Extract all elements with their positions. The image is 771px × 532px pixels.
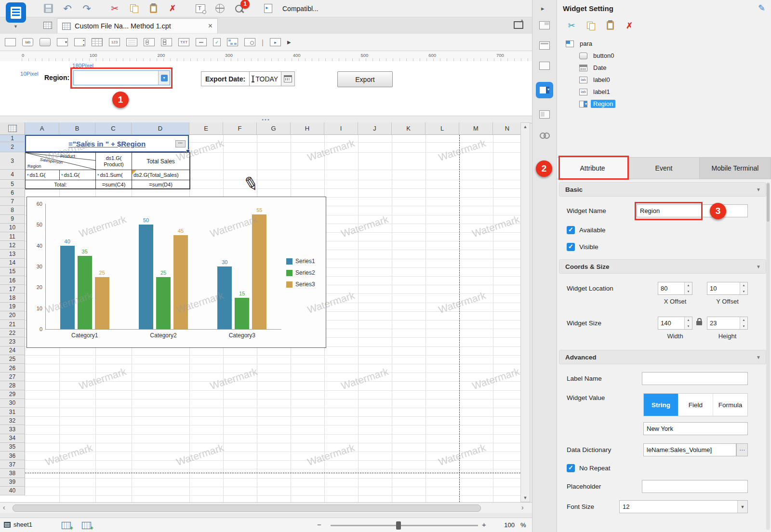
copy-button[interactable] — [585, 20, 597, 31]
row-header[interactable]: 38 — [0, 469, 25, 478]
row-header[interactable]: 1 — [0, 135, 25, 142]
compatibility-button[interactable] — [262, 3, 274, 14]
grid-view-icon[interactable] — [43, 22, 52, 29]
panel-scrollbar[interactable] — [766, 182, 770, 530]
combobox-tool[interactable] — [57, 38, 68, 46]
section-coords-size[interactable]: Coords & Size ▼ — [559, 259, 766, 274]
width-value[interactable]: 140 — [658, 317, 684, 329]
row-header[interactable]: 5 — [0, 180, 25, 188]
column-header[interactable]: L — [425, 122, 459, 135]
insert-chart-button[interactable]: + — [82, 522, 91, 529]
checkbox-checked-icon[interactable] — [567, 226, 575, 234]
column-header[interactable]: N — [493, 122, 520, 135]
row-header[interactable]: 39 — [0, 478, 25, 487]
preview-button[interactable]: 1 — [233, 3, 245, 14]
available-checkbox-row[interactable]: Available — [567, 224, 606, 236]
scroll-up-icon[interactable]: ▲ — [521, 124, 530, 129]
document-tab[interactable]: Custom File Na... Method 1.cpt × — [57, 18, 218, 33]
widget-name-input[interactable] — [637, 204, 748, 217]
column-header[interactable]: E — [189, 122, 223, 135]
row-header[interactable]: 7 — [0, 197, 25, 206]
spinner-arrows-icon[interactable]: ▲▼ — [684, 317, 692, 329]
textarea-tool[interactable] — [126, 38, 137, 46]
scrollbar-thumb[interactable] — [13, 505, 481, 512]
height-value[interactable]: 23 — [707, 317, 740, 329]
more-tools-icon[interactable]: ▶ — [287, 40, 291, 45]
cell-a4[interactable]: ▾ds1.G( — [26, 170, 60, 180]
widget-value-input[interactable] — [643, 422, 748, 435]
compatibility-label[interactable]: Compatibl... — [282, 5, 319, 13]
report-block-tool[interactable] — [5, 38, 16, 46]
row-header[interactable]: 26 — [0, 364, 25, 372]
cell-d5[interactable]: =sum(D4) — [132, 180, 190, 189]
tree-item-para[interactable]: para — [557, 38, 771, 50]
row-header[interactable]: 33 — [0, 425, 25, 434]
paste-button[interactable] — [147, 3, 159, 14]
cell-c3[interactable]: ds1.G( Product) — [96, 153, 132, 170]
undo-button[interactable]: ↶ — [62, 3, 73, 14]
tree-item-label1[interactable]: lablabel1 — [557, 86, 771, 98]
y-offset-spinner[interactable]: 10 ▲▼ — [707, 282, 748, 295]
checkbox-checked-icon[interactable] — [567, 464, 575, 472]
collapse-panel-icon[interactable]: ▸ — [541, 5, 545, 12]
row-header[interactable]: 12 — [0, 241, 25, 250]
tree-item-button0[interactable]: button0 — [557, 50, 771, 62]
row-header[interactable]: 24 — [0, 346, 25, 355]
column-header[interactable]: H — [291, 122, 324, 135]
chevron-down-icon[interactable]: ▼ — [737, 501, 747, 513]
text-tool[interactable]: TXT — [178, 38, 189, 46]
column-header[interactable]: J — [358, 122, 392, 135]
checkbox-checked-icon[interactable] — [567, 243, 575, 251]
lock-ratio-icon[interactable] — [696, 321, 702, 325]
sheet-tab[interactable]: sheet1 — [13, 521, 32, 528]
region-combobox-input[interactable] — [74, 71, 158, 85]
tree-tool[interactable] — [227, 38, 238, 46]
row-header[interactable]: 22 — [0, 329, 25, 337]
row-header[interactable]: 20 — [0, 311, 25, 320]
checkbox-tool[interactable] — [213, 38, 221, 46]
paste-button[interactable] — [604, 20, 616, 31]
select-all-corner[interactable] — [0, 122, 25, 135]
row-header[interactable]: 29 — [0, 390, 25, 399]
value-type-formula[interactable]: Formula — [713, 394, 747, 416]
row-header[interactable]: 3 — [0, 152, 25, 170]
data-dictionary-input[interactable] — [643, 443, 736, 456]
number-tool[interactable]: 123 — [109, 38, 120, 46]
row-header[interactable]: 28 — [0, 381, 25, 390]
row-header[interactable]: 30 — [0, 399, 25, 408]
calendar-button[interactable] — [281, 72, 294, 86]
scroll-right-icon[interactable]: › — [521, 504, 524, 511]
delete-button[interactable]: ✗ — [624, 20, 635, 31]
tree-item-region[interactable]: Region — [557, 98, 771, 110]
web-button[interactable] — [214, 3, 226, 14]
report-info-icon[interactable] — [539, 41, 550, 50]
radio-group-tool[interactable] — [144, 38, 155, 46]
row-header[interactable]: 9 — [0, 215, 25, 224]
cell-c4[interactable]: ▾ds1.Sum( — [96, 170, 132, 180]
width-spinner[interactable]: 140 ▲▼ — [658, 317, 692, 330]
region-combobox[interactable]: ▾ — [73, 70, 170, 85]
link-tool-icon[interactable] — [539, 131, 550, 139]
zoom-slider-handle[interactable] — [396, 521, 401, 530]
row-header[interactable]: 34 — [0, 434, 25, 443]
horizontal-scrollbar[interactable]: ‹ › — [0, 502, 532, 513]
row-header[interactable]: 13 — [0, 250, 25, 258]
row-header[interactable]: 10 — [0, 224, 25, 232]
cell-total[interactable]: Total: — [26, 180, 96, 189]
cell-d3[interactable]: Total Sales — [132, 153, 190, 170]
column-header[interactable]: K — [392, 122, 425, 135]
spinner-arrows-icon[interactable]: ▲▼ — [740, 282, 747, 294]
close-tab-icon[interactable]: × — [208, 22, 213, 30]
combobox-setting-icon-selected[interactable] — [536, 82, 553, 98]
zoom-out-button[interactable]: − — [317, 520, 321, 529]
preview-pane-tool[interactable] — [270, 38, 281, 46]
label-name-input[interactable] — [642, 372, 748, 385]
height-spinner[interactable]: 23 ▲▼ — [707, 317, 748, 330]
row-header[interactable]: 18 — [0, 293, 25, 302]
scroll-left-icon[interactable]: ‹ — [3, 504, 5, 511]
bar-chart[interactable]: 0102030405060Category1403525Category2502… — [27, 197, 326, 348]
column-header[interactable]: F — [223, 122, 257, 135]
checkbox-group-tool[interactable] — [161, 38, 172, 46]
row-header[interactable]: 15 — [0, 267, 25, 276]
row-header[interactable]: 25 — [0, 355, 25, 364]
